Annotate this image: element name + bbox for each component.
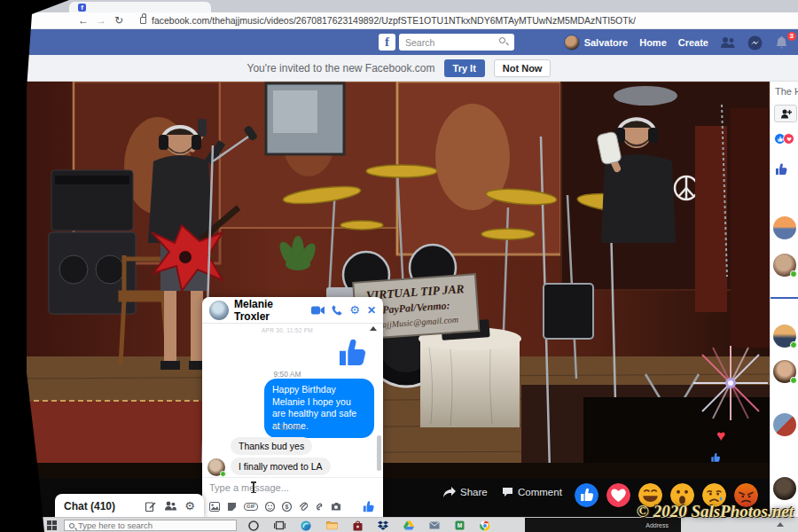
reaction-counts	[774, 133, 794, 145]
browser-tab[interactable]: f	[69, 2, 211, 12]
sticker-icon[interactable]	[227, 502, 237, 512]
nav-home-link[interactable]: Home	[639, 37, 667, 48]
photographer-watermark: © 2020 SalsPhotos.net	[637, 502, 794, 521]
chat-scrollbar[interactable]	[377, 435, 381, 471]
payment-icon[interactable]: $	[282, 502, 292, 512]
commenter-avatar[interactable]	[773, 216, 796, 239]
profile-name: Salvatore	[584, 37, 629, 48]
received-message-bubble: I finally moved to LA	[231, 458, 331, 475]
right-sidebar: The H	[770, 82, 798, 517]
banner-text: You're invited to the new Facebook.com	[247, 62, 435, 74]
search-icon	[69, 523, 74, 528]
video-player[interactable]: VIRTUAL TIP JAR PayPal/Venmo: HajjMusic@…	[25, 82, 770, 517]
scroll-up-icon[interactable]	[370, 326, 377, 331]
commenter-avatar[interactable]	[773, 360, 796, 383]
chrome-icon[interactable]	[480, 520, 490, 531]
message-timestamp: 7:31 PM	[202, 423, 372, 432]
lock-icon	[140, 17, 146, 24]
profile-avatar	[564, 35, 580, 51]
reload-icon[interactable]: ↻	[110, 14, 128, 27]
new-facebook-banner: You're invited to the new Facebook.com T…	[0, 55, 798, 82]
messenger-icon[interactable]	[747, 35, 763, 50]
profile-menu[interactable]: Salvatore	[564, 35, 629, 51]
add-person-icon	[780, 109, 792, 119]
wall-screen	[266, 83, 344, 154]
notification-badge: 3	[787, 32, 796, 41]
show-hidden-icons-chevron[interactable]	[777, 522, 784, 527]
text-cursor	[253, 481, 254, 493]
camera-icon[interactable]	[331, 502, 341, 511]
taskbar-search-input[interactable]	[78, 520, 220, 530]
share-label: Share	[460, 487, 488, 497]
notifications-bell-icon[interactable]: 3	[775, 35, 791, 50]
message-input[interactable]	[202, 478, 383, 497]
new-message-icon[interactable]	[145, 501, 156, 512]
task-view-icon[interactable]	[274, 520, 286, 530]
edge-icon[interactable]	[301, 520, 311, 531]
facebook-favicon-icon: f	[78, 4, 86, 12]
friend-requests-icon[interactable]	[720, 35, 736, 50]
page-title: The H	[775, 86, 798, 97]
emoji-icon[interactable]	[265, 502, 275, 512]
svg-text:$: $	[286, 504, 289, 511]
chat-options-gear-icon[interactable]: ⚙	[184, 499, 195, 512]
try-it-button[interactable]: Try It	[444, 59, 485, 77]
chat-toolbar: GIF $	[202, 497, 383, 516]
received-message-bubble: Thanks bud yes	[231, 437, 312, 455]
gif-icon[interactable]: GIF	[244, 503, 258, 511]
commenter-avatar[interactable]	[773, 477, 796, 500]
mail-icon[interactable]	[429, 521, 440, 529]
chat-input-row	[202, 477, 383, 497]
nav-create-link[interactable]: Create	[678, 37, 708, 48]
share-icon	[443, 487, 456, 497]
attachment-icon[interactable]	[299, 502, 308, 512]
share-button[interactable]: Share	[443, 487, 488, 497]
taskbar-search[interactable]	[64, 520, 237, 531]
maps-app-icon[interactable]: M	[455, 520, 465, 530]
address-bar[interactable]: facebook.com/thehajjmusic/videos/2670817…	[152, 15, 636, 26]
start-button[interactable]	[47, 520, 57, 530]
reaction-like-button[interactable]	[575, 483, 598, 507]
chat-count-label: Chat (410)	[64, 500, 145, 512]
facebook-logo-icon[interactable]: f	[379, 34, 395, 51]
search-icon[interactable]	[499, 37, 505, 43]
link-icon[interactable]	[315, 502, 324, 512]
chat-sidebar-bar[interactable]: Chat (410) ⚙	[55, 494, 204, 518]
video-call-icon[interactable]	[311, 306, 325, 315]
message-sender-avatar	[207, 458, 225, 476]
reaction-love-button[interactable]	[606, 483, 630, 507]
contacts-icon[interactable]	[164, 501, 176, 511]
floating-heart-reaction: ♥	[716, 427, 725, 445]
not-now-button[interactable]: Not Now	[494, 59, 552, 77]
facebook-search-input[interactable]	[399, 34, 514, 51]
chat-message-area: APR 30, 11:52 PM 9:50 AM Happy Birthday …	[202, 324, 383, 477]
voice-call-icon[interactable]	[332, 305, 342, 316]
comment-label: Comment	[518, 487, 562, 497]
chat-contact-avatar	[209, 301, 229, 320]
follow-button[interactable]	[774, 105, 797, 122]
like-button-icon[interactable]	[773, 161, 789, 177]
dropbox-icon[interactable]	[378, 520, 388, 530]
conversation-timestamp: APR 30, 11:52 PM	[202, 327, 372, 333]
file-explorer-icon[interactable]	[326, 520, 338, 530]
google-drive-icon[interactable]	[403, 520, 414, 530]
commenter-avatar[interactable]	[773, 325, 796, 348]
cortana-icon[interactable]	[248, 520, 259, 531]
chat-settings-gear-icon[interactable]: ⚙	[349, 303, 360, 317]
facebook-header: f Salvatore Home Create 3	[0, 29, 798, 55]
comment-button[interactable]: Comment	[502, 487, 562, 497]
online-indicator	[790, 341, 797, 348]
merch-table	[419, 319, 521, 427]
forward-icon[interactable]: →	[92, 14, 110, 27]
chat-header[interactable]: Melanie Troxler ⚙ ✕	[202, 297, 383, 324]
video-scene: VIRTUAL TIP JAR PayPal/Venmo: HajjMusic@…	[25, 82, 770, 479]
photo-icon[interactable]	[209, 502, 220, 512]
commenter-avatar[interactable]	[773, 254, 796, 277]
chat-close-icon[interactable]: ✕	[367, 304, 376, 317]
commenter-avatar[interactable]	[773, 413, 796, 436]
message-timestamp: 9:50 AM	[202, 370, 372, 379]
browser-toolbar: ← → ↻ facebook.com/thehajjmusic/videos/2…	[0, 12, 798, 29]
store-icon[interactable]	[353, 520, 363, 531]
send-like-icon[interactable]	[361, 499, 376, 514]
back-icon[interactable]: ←	[74, 14, 92, 27]
